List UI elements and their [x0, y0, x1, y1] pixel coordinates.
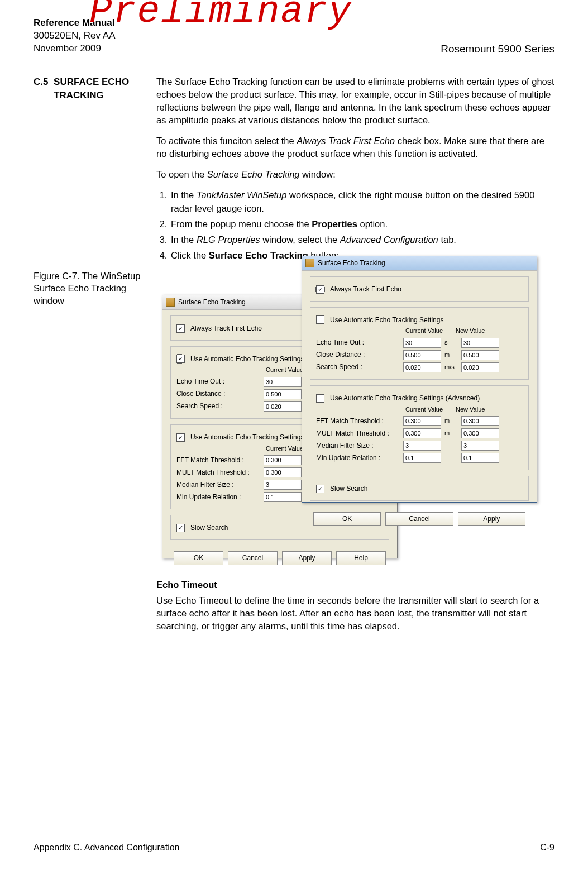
field-current[interactable]: 0.300	[403, 416, 441, 426]
checkbox-slow-search[interactable]	[176, 524, 185, 532]
label-auto-basic: Use Automatic Echo Tracking Settings	[190, 355, 304, 364]
field-label: Echo Time Out :	[176, 377, 260, 386]
field-unit: m/s	[444, 363, 458, 371]
echo-timeout-heading: Echo Timeout	[156, 578, 554, 591]
steps-list: In the TankMaster WinSetup workspace, cl…	[170, 189, 554, 261]
step-2: From the popup menu choose the Propertie…	[170, 218, 554, 231]
help-button[interactable]: Help	[336, 551, 386, 565]
dialog-front-window: Surface Echo Tracking Always Track First…	[302, 256, 537, 503]
footer-left: Appendix C. Advanced Configuration	[34, 843, 180, 853]
col-new-adv: New Value	[456, 405, 506, 414]
checkbox-slow-search[interactable]	[316, 485, 324, 493]
field-current[interactable]: 0.1	[264, 492, 302, 502]
field-current[interactable]: 0.020	[403, 362, 441, 372]
cancel-button[interactable]: Cancel	[228, 551, 278, 565]
echo-timeout-body: Use Echo Timeout to define the time in s…	[156, 594, 554, 633]
field-new[interactable]: 3	[461, 441, 499, 451]
col-current-adv: Current Value	[405, 405, 456, 414]
field-current[interactable]: 0.300	[264, 467, 302, 477]
field-label: Min Update Relation :	[176, 493, 260, 502]
cancel-button[interactable]: Cancel	[385, 512, 453, 526]
dialog-front-title: Surface Echo Tracking	[318, 259, 385, 268]
section-title: SURFACE ECHO TRACKING	[54, 75, 156, 102]
step-3: In the RLG Properties window, select the…	[170, 233, 554, 246]
label-slow-search: Slow Search	[190, 523, 228, 533]
section-number: C.5	[34, 75, 54, 102]
field-label: FFT Match Threshold :	[176, 456, 260, 465]
field-current[interactable]: 30	[403, 338, 441, 348]
figure-caption: Figure C-7. The WinSetup Surface Echo Tr…	[34, 270, 156, 307]
para-2: To activate this funciton select the Alw…	[156, 135, 554, 160]
field-unit: s	[444, 338, 458, 347]
section-heading: C.5 SURFACE ECHO TRACKING	[34, 75, 156, 102]
label-always-first: Always Track First Echo	[190, 324, 262, 333]
window-icon	[166, 298, 175, 307]
field-new[interactable]: 0.300	[461, 428, 499, 438]
field-label: Search Speed :	[176, 401, 260, 411]
field-new[interactable]: 0.020	[461, 362, 499, 372]
label-always-first: Always Track First Echo	[330, 285, 401, 294]
field-current[interactable]: 0.500	[403, 350, 441, 360]
field-label: FFT Match Threshold :	[316, 417, 400, 426]
field-label: Median Filter Size :	[176, 480, 260, 490]
field-current[interactable]: 0.300	[264, 455, 302, 465]
field-label: Median Filter Size :	[316, 441, 400, 451]
field-unit: m	[444, 351, 458, 359]
step-1: In the TankMaster WinSetup workspace, cl…	[170, 189, 554, 214]
field-new[interactable]: 0.1	[461, 453, 499, 463]
col-new-basic: New Value	[456, 327, 506, 335]
field-new[interactable]: 0.500	[461, 350, 499, 360]
series-name: Rosemount 5900 Series	[441, 31, 554, 55]
field-current[interactable]: 0.300	[403, 428, 441, 438]
dialog-back-title: Surface Echo Tracking	[178, 298, 246, 307]
field-current[interactable]: 0.1	[403, 453, 441, 463]
checkbox-auto-basic[interactable]	[176, 355, 185, 363]
label-auto-adv: Use Automatic Echo Tracking Settings (Ad…	[330, 394, 480, 403]
ok-button[interactable]: OK	[174, 551, 223, 565]
dialog-front-titlebar: Surface Echo Tracking	[302, 256, 537, 271]
apply-button[interactable]: Apply	[458, 512, 525, 526]
field-new[interactable]: 0.300	[461, 416, 499, 426]
screenshot-figure: Surface Echo Tracking Always Track First…	[162, 256, 553, 568]
watermark: Preliminary	[89, 0, 352, 33]
label-auto-basic: Use Automatic Echo Tracking Settings	[330, 315, 443, 325]
field-current[interactable]: 0.020	[264, 401, 302, 412]
field-label: Min Update Relation :	[316, 453, 400, 463]
para-3: To open the Surface Echo Tracking window…	[156, 168, 554, 181]
checkbox-auto-adv[interactable]	[316, 394, 324, 403]
field-label: Close Distance :	[316, 350, 400, 360]
col-current-basic: Current Value	[405, 327, 456, 335]
field-label: Echo Time Out :	[316, 338, 400, 347]
field-label: Search Speed :	[316, 362, 400, 372]
checkbox-auto-basic[interactable]	[316, 315, 324, 324]
checkbox-always-first[interactable]	[316, 285, 324, 294]
field-current[interactable]: 30	[264, 377, 302, 387]
doc-date: November 2009	[34, 42, 115, 55]
field-current[interactable]: 3	[403, 441, 441, 451]
footer-right: C-9	[540, 843, 554, 853]
checkbox-auto-adv[interactable]	[176, 433, 185, 442]
para-1: The Surface Echo Tracking function can b…	[156, 75, 554, 127]
field-current[interactable]: 3	[264, 480, 302, 490]
field-unit: m	[444, 429, 458, 437]
header-rule	[34, 61, 554, 61]
apply-button[interactable]: Apply	[282, 551, 332, 565]
checkbox-always-first[interactable]	[176, 324, 185, 333]
ok-button[interactable]: OK	[313, 512, 381, 526]
field-label: Close Distance :	[176, 389, 260, 399]
field-label: MULT Match Threshold :	[176, 468, 260, 477]
field-new[interactable]: 30	[461, 338, 499, 348]
window-icon	[305, 259, 314, 267]
field-unit: m	[444, 417, 458, 425]
label-slow-search: Slow Search	[330, 484, 367, 494]
field-label: MULT Match Threshold :	[316, 429, 400, 438]
field-current[interactable]: 0.500	[264, 389, 302, 399]
